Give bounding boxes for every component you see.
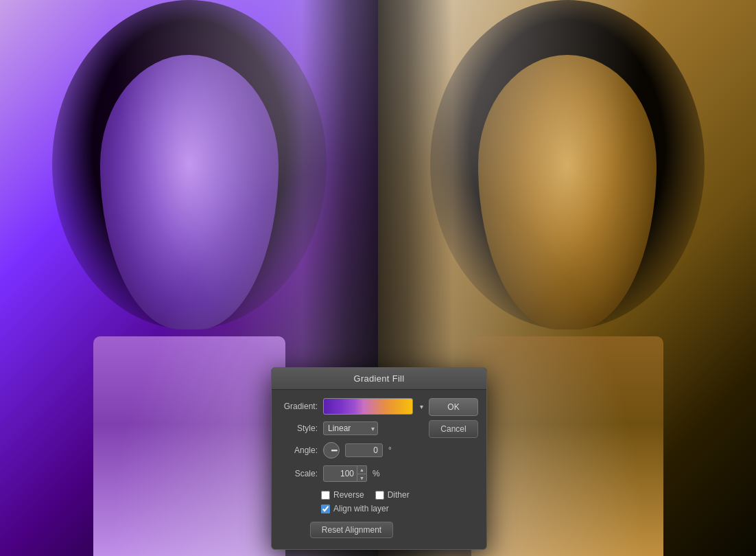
dither-label: Dither bbox=[388, 490, 410, 500]
dialog-fields: Gradient: ▾ Style: Linear Radial Angle R… bbox=[272, 390, 423, 549]
reverse-checkbox-label[interactable]: Reverse bbox=[321, 490, 364, 500]
scale-decrement-button[interactable]: ▼ bbox=[357, 474, 367, 482]
style-label: Style: bbox=[280, 424, 318, 433]
angle-input[interactable] bbox=[345, 443, 383, 457]
style-row: Style: Linear Radial Angle Reflected Dia… bbox=[280, 421, 423, 435]
angle-dial[interactable] bbox=[323, 442, 340, 459]
align-row: Align with layer bbox=[280, 504, 423, 513]
gradient-preview[interactable] bbox=[323, 398, 413, 415]
angle-row: Angle: ° bbox=[280, 442, 423, 459]
gradient-row: Gradient: ▾ bbox=[280, 398, 423, 415]
scale-input-wrapper: ▲ ▼ bbox=[323, 465, 367, 482]
options-row: Reverse Dither bbox=[280, 490, 423, 500]
scale-stepper: ▲ ▼ bbox=[357, 465, 367, 482]
degree-symbol: ° bbox=[388, 445, 392, 455]
scale-row: Scale: ▲ ▼ % bbox=[280, 465, 423, 482]
dialog-titlebar: Gradient Fill bbox=[272, 368, 486, 390]
style-select-wrapper: Linear Radial Angle Reflected Diamond bbox=[323, 421, 378, 435]
reverse-label: Reverse bbox=[333, 490, 364, 500]
angle-label: Angle: bbox=[280, 445, 318, 455]
style-select[interactable]: Linear Radial Angle Reflected Diamond bbox=[323, 421, 378, 435]
reset-row: Reset Alignment bbox=[280, 520, 423, 541]
dialog-title: Gradient Fill bbox=[354, 373, 405, 384]
dialog-actions: OK Cancel bbox=[423, 390, 486, 549]
ok-button[interactable]: OK bbox=[429, 398, 478, 416]
align-with-layer-label: Align with layer bbox=[333, 504, 389, 513]
percent-symbol: % bbox=[373, 469, 380, 478]
scale-label: Scale: bbox=[280, 469, 318, 478]
scale-increment-button[interactable]: ▲ bbox=[357, 465, 367, 474]
reverse-checkbox[interactable] bbox=[321, 491, 330, 500]
align-with-layer-checkbox[interactable] bbox=[321, 505, 330, 513]
gradient-fill-dialog: Gradient Fill Gradient: ▾ Style: Linear bbox=[271, 367, 487, 550]
gradient-label: Gradient: bbox=[280, 402, 318, 411]
reset-alignment-button[interactable]: Reset Alignment bbox=[310, 522, 393, 538]
dialog-overlay: Gradient Fill Gradient: ▾ Style: Linear bbox=[0, 0, 756, 556]
dither-checkbox[interactable] bbox=[375, 491, 384, 500]
scale-input[interactable] bbox=[323, 465, 357, 482]
dialog-content: Gradient: ▾ Style: Linear Radial Angle R… bbox=[272, 390, 486, 549]
cancel-button[interactable]: Cancel bbox=[429, 420, 478, 438]
dither-checkbox-label[interactable]: Dither bbox=[375, 490, 410, 500]
